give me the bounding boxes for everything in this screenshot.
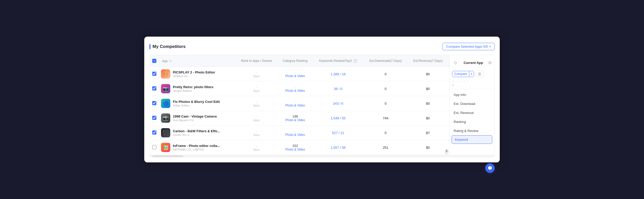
app-name: 1998 Cam - Vintage Camera: [173, 114, 217, 118]
row-checkbox[interactable]: [152, 130, 156, 135]
table-row: ⬛ Carbon - B&W Filters & Effe... Livinti…: [150, 126, 494, 140]
category-value: 198: [280, 114, 311, 118]
category-link[interactable]: Photo & Video: [280, 89, 311, 93]
side-panel-menu: App InfoEst. DownloadEst. RevenueRanking…: [450, 90, 494, 144]
table-row: 🎨 PICSPLAY 2 - Photo Editor JellyBus Inc…: [150, 67, 494, 81]
revenue-value: $0: [426, 87, 430, 91]
side-menu-item-est--revenue[interactable]: Est. Revenue: [450, 108, 494, 117]
downloads-value: 0: [385, 87, 386, 91]
page-title: My Competitors: [152, 44, 185, 49]
select-all-header: −: [150, 55, 159, 67]
col-category: Category Ranking: [278, 55, 313, 67]
side-panel: ⊙ Current App ⚙ Compare ▾ 🗑 ☆: [449, 55, 494, 157]
title-area: My Competitors: [149, 44, 185, 49]
row-checkbox-cell[interactable]: [150, 126, 159, 140]
row-checkbox[interactable]: [152, 72, 156, 76]
side-menu-item-rating---review[interactable]: Rating & Review: [450, 126, 494, 135]
revenue-value: $0: [426, 146, 430, 150]
chat-button[interactable]: 💬: [485, 163, 495, 173]
rank-sub-label: Apps: [237, 104, 276, 107]
current-app-rating: 0: [452, 84, 492, 87]
downloads-cell: 0: [363, 126, 408, 140]
revenue-value: $0: [426, 72, 430, 76]
category-link[interactable]: Photo & Video: [280, 118, 311, 122]
category-link[interactable]: Photo & Video: [280, 104, 311, 107]
rank-sub-label: Apps: [237, 74, 276, 78]
row-checkbox-cell[interactable]: [150, 111, 159, 126]
app-name: PICSPLAY 2 - Photo Editor: [173, 70, 215, 74]
downloads-cell: 0: [363, 81, 408, 96]
revenue-value: $0: [426, 116, 430, 120]
side-menu-item-ranking[interactable]: Ranking: [450, 117, 494, 126]
keywords-value: 1,389 / 18: [331, 72, 346, 76]
row-checkbox-cell[interactable]: [150, 140, 159, 155]
app-cell: 🖼️ InFrame - Photo editor colla... INFRA…: [159, 140, 235, 155]
row-checkbox[interactable]: [152, 116, 156, 120]
rank-cell: - Apps: [235, 67, 278, 81]
app-name: Fix Photos & Blurry Cool Edit: [173, 100, 220, 104]
side-menu-item-est--download[interactable]: Est. Download: [450, 99, 494, 108]
side-menu-item-app-info[interactable]: App Info: [450, 90, 494, 99]
app-icon: 🖼️: [161, 143, 170, 152]
row-checkbox-cell[interactable]: [150, 81, 159, 96]
category-cell: - Photo & Video: [278, 81, 313, 96]
row-checkbox-cell[interactable]: [150, 96, 159, 111]
side-menu-item-keyword[interactable]: Keyword: [452, 135, 492, 144]
row-checkbox[interactable]: [152, 145, 156, 149]
category-cell: 332 Photo & Video: [278, 140, 313, 155]
side-panel-back-icon[interactable]: ⊙: [452, 60, 459, 66]
deselect-all-icon[interactable]: −: [152, 59, 156, 63]
compare-dropdown-caret-icon[interactable]: ▾: [469, 71, 474, 76]
rank-sub-label: Apps: [237, 89, 276, 92]
row-checkbox[interactable]: [152, 86, 156, 90]
compare-btn-label: Compare Selected Apps 5/5: [446, 45, 488, 48]
app-name: Carbon - B&W Filters & Effe...: [173, 129, 220, 133]
keywords-info-icon[interactable]: ?: [353, 59, 357, 63]
downloads-cell: 0: [363, 96, 408, 111]
rank-value: -: [237, 85, 276, 89]
col-revenue: Est.Revenue(7 Days): [408, 55, 448, 67]
category-link[interactable]: Photo & Video: [280, 148, 311, 151]
table-scroll-area[interactable]: − App ⊙ Rank In Apps / Games Category Ra…: [150, 55, 494, 155]
app-cell: ⬛ Carbon - B&W Filters & Effe... Livinti…: [159, 126, 235, 140]
star-3: ☆: [459, 79, 462, 83]
rank-cell: - Apps: [235, 140, 278, 155]
category-cell: - Photo & Video: [278, 67, 313, 81]
category-value: -: [280, 100, 311, 104]
app-cell: 📷 Pretty Retro: photo filters Sergey Bak…: [159, 81, 235, 96]
side-panel-actions: Compare ▾ 🗑: [452, 70, 492, 77]
revenue-cell: $0: [408, 140, 448, 155]
keywords-value: 1,549 / 55: [331, 116, 346, 120]
star-1: ☆: [452, 79, 455, 83]
downloads-value: 0: [385, 72, 386, 76]
compare-selected-button[interactable]: Compare Selected Apps 5/5 ▾: [442, 43, 495, 50]
category-cell: - Photo & Video: [278, 96, 313, 111]
category-link[interactable]: Photo & Video: [280, 74, 311, 78]
category-cell: - Photo & Video: [278, 126, 313, 140]
delete-button[interactable]: 🗑: [476, 70, 484, 77]
app-icon: 🔵: [161, 99, 170, 108]
row-checkbox-cell[interactable]: [150, 67, 159, 81]
app-developer: JellyBus Inc.: [173, 74, 215, 78]
category-link[interactable]: Photo & Video: [280, 133, 311, 137]
star-2: ☆: [456, 79, 459, 83]
current-app-stars: ☆ ☆ ☆ ☆ ☆: [452, 79, 492, 83]
col-app-arrow[interactable]: ⊙: [168, 59, 172, 63]
app-icon: 📷: [161, 84, 170, 93]
row-checkbox[interactable]: [152, 101, 156, 105]
title-bar-accent: [149, 44, 150, 49]
downloads-value: 0: [385, 102, 386, 105]
keywords-value: 527 / 21: [332, 131, 344, 135]
app-icon: ⬛: [161, 128, 170, 137]
app-icon: 🎨: [161, 69, 170, 79]
category-value: 332: [280, 144, 311, 148]
gear-icon[interactable]: ⚙: [488, 60, 492, 65]
rank-cell: - Apps: [235, 126, 278, 140]
keywords-cell: 527 / 21: [313, 126, 363, 140]
star-4: ☆: [463, 79, 466, 83]
compare-dropdown-btn[interactable]: Compare: [452, 71, 469, 77]
downloads-cell: 0: [363, 67, 408, 81]
category-value: -: [280, 70, 311, 74]
compare-dropdown[interactable]: Compare ▾: [452, 71, 474, 77]
table-header: − App ⊙ Rank In Apps / Games Category Ra…: [150, 55, 494, 67]
